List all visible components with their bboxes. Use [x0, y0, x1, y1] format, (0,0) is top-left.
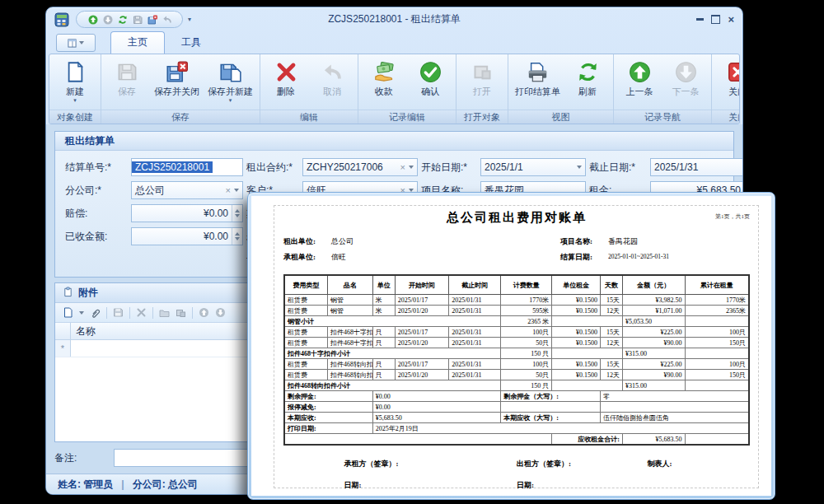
save-new-button[interactable]: 保存并新建▾ — [204, 57, 257, 110]
table-row: 报停减免:¥0.00 — [284, 402, 749, 413]
print-button[interactable]: 打印结算单 — [511, 57, 564, 110]
received-spinbox[interactable]: ¥0.00 — [131, 227, 243, 245]
next-record-icon — [103, 15, 113, 25]
column-header: 单位 — [372, 275, 395, 295]
attachments-title: 附件 — [78, 286, 98, 300]
ribbon-group: 打印结算单刷新视图 — [508, 54, 614, 124]
table-row: 打印日期:2025年2月19日 — [284, 423, 749, 434]
ribbon-group-label: 保存 — [101, 110, 260, 124]
window-title: ZCJS250218001 - 租出结算单 — [211, 12, 578, 26]
contract-combo[interactable]: ZCHY250217006× — [302, 158, 418, 176]
groupbox-title: 租出结算单 — [55, 132, 733, 151]
lessor-label: 租出单位: — [283, 236, 331, 247]
undo-icon — [321, 58, 344, 86]
end-date-picker[interactable]: 2025/1/31 — [650, 158, 742, 176]
close-window-icon — [727, 58, 741, 86]
receive-payment-icon — [373, 58, 396, 86]
chevron-down-icon[interactable] — [79, 311, 84, 315]
project-value: 番禺花园 — [608, 236, 638, 247]
ribbon-group: 保存保存并关闭保存并新建▾保存 — [101, 54, 260, 124]
save-button: 保存 — [104, 57, 150, 110]
status-user: 姓名: 管理员 — [58, 478, 113, 492]
refresh-button[interactable]: 刷新 — [564, 57, 611, 110]
ribbon-button-label: 打印结算单 — [515, 86, 560, 98]
start-date-picker[interactable]: 2025/1/1 — [480, 158, 586, 176]
save-icon — [116, 58, 138, 86]
ribbon-group: 新建▾对象创建 — [49, 54, 101, 124]
ribbon-group: 收款确认记录编辑 — [358, 54, 456, 124]
clear-icon[interactable]: × — [400, 163, 405, 172]
open-object-icon — [176, 307, 186, 318]
chevron-down-icon[interactable] — [577, 166, 582, 169]
branch-combo[interactable]: 总公司× — [131, 181, 243, 199]
spinner[interactable] — [232, 205, 242, 222]
confirm-button[interactable]: 确认 — [407, 57, 453, 110]
ribbon-button-label: 取消 — [323, 86, 341, 98]
remark-label: 备注: — [54, 451, 114, 465]
column-header: 天数 — [600, 275, 622, 295]
delete-icon — [136, 307, 147, 318]
row-marker-column — [55, 323, 71, 339]
settlement-no-input[interactable]: ZCJS250218001 — [131, 158, 243, 176]
refresh-icon — [577, 58, 599, 86]
print-icon — [527, 58, 549, 86]
new-attachment-icon[interactable] — [63, 307, 73, 318]
ribbon-group-label: 关闭 — [712, 110, 740, 124]
maximize-icon[interactable] — [711, 15, 720, 24]
ribbon-group-label: 编辑 — [260, 110, 358, 124]
save-close-icon — [166, 58, 188, 86]
period-value: 2025-01-01~2025-01-31 — [608, 252, 669, 263]
ribbon-group: 上一条下一条记录导航 — [614, 54, 712, 124]
tab-home[interactable]: 主页 — [110, 31, 165, 54]
spinner[interactable] — [232, 228, 242, 245]
close-window-button[interactable]: 关闭 — [714, 57, 740, 110]
move-up-icon — [199, 307, 209, 318]
table-row: 租赁费扣件468转向扣件只2025/01/172025/01/31100只¥0.… — [284, 359, 749, 370]
save-close-icon[interactable] — [147, 15, 157, 25]
save-close-button[interactable]: 保存并关闭 — [150, 57, 204, 110]
report-title: 总公司租出费用对账单 — [283, 210, 750, 226]
report-table: 费用类型品名单位开始时间截止时间计费数量单位租金天数金额（元）累计在租量 租赁费… — [283, 274, 750, 446]
column-header: 金额（元） — [623, 275, 686, 295]
date-label: 日期: — [517, 480, 534, 491]
table-row: 扣件468转向扣件小计150 只¥315.00 — [284, 380, 749, 391]
previous-button[interactable]: 上一条 — [616, 57, 662, 110]
compensation-spinbox[interactable]: ¥0.00 — [131, 204, 243, 222]
application-menu-button[interactable] — [56, 34, 96, 52]
close-icon[interactable]: × — [728, 16, 734, 24]
titlebar: ▾ ZCJS250218001 - 租出结算单 × — [46, 7, 742, 31]
paperclip-icon[interactable] — [90, 307, 101, 318]
tab-tools[interactable]: 工具 — [165, 32, 218, 54]
new-document-icon — [64, 58, 87, 86]
new-document-button[interactable]: 新建▾ — [52, 57, 98, 110]
lessor-sign-label: 出租方（签章）: — [517, 459, 571, 469]
ribbon-group: 删除取消编辑 — [260, 54, 358, 124]
chevron-down-icon[interactable] — [409, 166, 414, 169]
ribbon-group: 关闭关闭 — [712, 54, 740, 124]
chevron-down-icon[interactable] — [234, 189, 239, 192]
delete-button[interactable]: 删除 — [263, 57, 309, 110]
preparer-label: 制表人: — [647, 459, 672, 469]
branch-label: 分公司:* — [65, 184, 128, 198]
chevron-down-icon: ▾ — [229, 98, 232, 103]
chevron-down-icon: ▾ — [73, 98, 77, 103]
open-button: 打开 — [459, 57, 505, 110]
ribbon: 新建▾对象创建保存保存并关闭保存并新建▾保存删除取消编辑收款确认记录编辑打开打开… — [49, 54, 740, 124]
undo-button: 取消 — [309, 57, 355, 110]
clear-icon[interactable]: × — [226, 186, 231, 195]
receive-payment-button[interactable]: 收款 — [361, 57, 407, 110]
table-row: 应收租金合计:¥5,683.50 — [284, 434, 749, 446]
column-header: 费用类型 — [284, 275, 327, 295]
minimize-icon[interactable] — [696, 18, 704, 21]
report-info: 租出单位:总公司 承租单位:倍旺 项目名称:番禺花园 结算日期:2025-01-… — [283, 236, 750, 268]
qat-menu-down-icon[interactable]: ▾ — [188, 16, 191, 23]
page-info: 第1页，共1页 — [715, 212, 750, 221]
table-row: 本期应收:¥5,683.50本期应收（大写）:伍仟陆佰捌拾叁圆伍角 — [284, 413, 749, 423]
table-header-row: 费用类型品名单位开始时间截止时间计费数量单位租金天数金额（元）累计在租量 — [284, 275, 749, 295]
previous-record-icon[interactable] — [88, 15, 98, 25]
report-page: 第1页，共1页 总公司租出费用对账单 租出单位:总公司 承租单位:倍旺 项目名称… — [251, 196, 771, 496]
ribbon-group-label: 打开对象 — [456, 110, 508, 124]
column-header: 开始时间 — [395, 275, 448, 295]
refresh-icon[interactable] — [118, 15, 128, 25]
ribbon-button-label: 关闭 — [728, 86, 740, 98]
